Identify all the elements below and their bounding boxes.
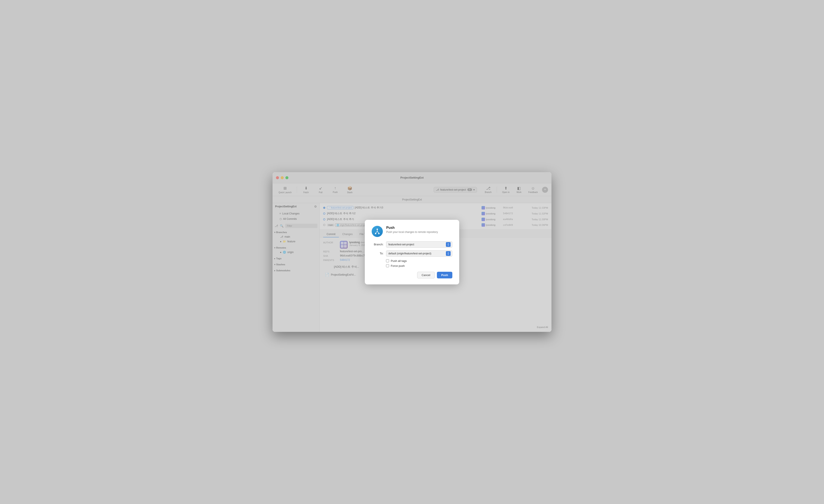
dialog-branch-label: Branch: xyxy=(372,243,384,246)
push-confirm-button[interactable]: Push xyxy=(437,272,452,278)
force-push-label[interactable]: Force push xyxy=(391,264,405,268)
force-push-checkbox[interactable] xyxy=(386,264,389,267)
dialog-subtitle: Push your local changes to remote reposi… xyxy=(386,230,438,233)
main-window: ProjectSettingExt ⊞ Quick Launch ⬇ Fetch… xyxy=(273,172,551,332)
svg-point-2 xyxy=(378,233,379,234)
svg-point-0 xyxy=(377,228,378,230)
dialog-to-field: To: default (origin/feature/test-set-pro… xyxy=(372,250,452,257)
dialog-branch-field: Branch: feature/test-set-project xyxy=(372,241,452,248)
push-all-tags-label[interactable]: Push all tags xyxy=(391,259,407,263)
dialog-title: Push xyxy=(386,226,438,230)
dialog-title-area: Push Push your local changes to remote r… xyxy=(386,226,438,233)
dialog-to-label: To: xyxy=(372,252,384,255)
dialog-to-select[interactable]: default (origin/feature/test-set-project… xyxy=(386,250,452,257)
dialog-to-select-wrap: default (origin/feature/test-set-project… xyxy=(386,250,452,257)
push-all-tags-checkbox[interactable] xyxy=(386,259,389,262)
svg-point-1 xyxy=(375,233,376,234)
dialog-overlay: Push Push your local changes to remote r… xyxy=(273,172,551,332)
push-dialog: Push Push your local changes to remote r… xyxy=(365,220,459,284)
cancel-button[interactable]: Cancel xyxy=(417,272,435,278)
dialog-app-icon xyxy=(372,226,383,237)
dialog-branch-select-wrap: feature/test-set-project xyxy=(386,241,452,248)
dialog-branch-select[interactable]: feature/test-set-project xyxy=(386,241,452,248)
push-all-tags-row: Push all tags xyxy=(372,259,452,263)
force-push-row: Force push xyxy=(372,264,452,268)
dialog-actions: Cancel Push xyxy=(372,272,452,278)
dialog-header: Push Push your local changes to remote r… xyxy=(372,226,452,237)
fork-svg-icon xyxy=(374,228,381,235)
